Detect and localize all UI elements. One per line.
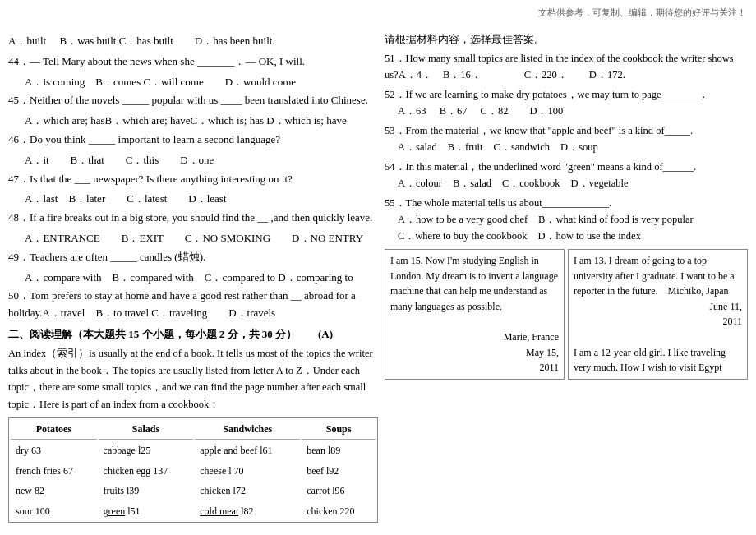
- q48: 48．If a fire breaks out in a big store, …: [8, 210, 378, 227]
- table-cell: cold meat l82: [195, 502, 300, 521]
- table-cell: french fries 67: [11, 462, 97, 481]
- cookbook-header: Sandwiches: [195, 420, 300, 440]
- cookbook-header: Soups: [302, 420, 376, 440]
- section2-title: 二、阅读理解（本大题共 15 个小题，每小题 2 分，共 30 分） (A): [8, 327, 378, 342]
- q46: 46．Do you think _____ important to learn…: [8, 131, 378, 149]
- q45-options: A．which are; hasB．which are; haveC．which…: [8, 113, 378, 130]
- table-row: new 82fruits l39chicken l72carrot l96: [11, 482, 376, 500]
- question-block: 53．From the material，we know that "apple…: [385, 122, 748, 155]
- table-cell: carrot l96: [302, 482, 376, 500]
- top-note: 文档供参考，可复制、编辑，期待您的好评与关注！: [538, 7, 746, 19]
- question-text: 51．How many small topics are listed in t…: [385, 50, 748, 83]
- table-cell: chicken l72: [195, 482, 300, 500]
- question-block: 54．In this material，the underlined word …: [385, 159, 748, 191]
- letter-marie-content: I am 15. Now I'm studying English in Lon…: [390, 255, 558, 312]
- table-cell: green l51: [99, 502, 194, 521]
- q-instruction: 请根据材料内容，选择最佳答案。: [385, 33, 748, 47]
- table-cell: bean l89: [302, 441, 376, 460]
- right-column: 请根据材料内容，选择最佳答案。 51．How many small topics…: [385, 33, 748, 529]
- table-cell: chicken egg 137: [99, 462, 194, 481]
- q49-options: A．compare with B．compared with C．compare…: [8, 270, 378, 287]
- q49: 49．Teachers are often _____ candles (蜡烛)…: [8, 249, 378, 266]
- table-cell: beef l92: [302, 462, 376, 481]
- table-cell: cheese l 70: [195, 462, 300, 481]
- question-text: 52．If we are learning to make dry potato…: [385, 86, 748, 103]
- table-cell: fruits l39: [99, 482, 194, 500]
- letter-michiko: I am 13. I dream of going to a top unive…: [568, 249, 748, 380]
- cookbook-header: Salads: [99, 420, 194, 440]
- table-cell: chicken 220: [302, 502, 376, 521]
- question-block: 51．How many small topics are listed in t…: [385, 50, 748, 83]
- table-row: sour 100green l51cold meat l82chicken 22…: [11, 502, 376, 521]
- q48-options: A．ENTRANCE B．EXIT C．NO SMOKING D．NO ENTR…: [8, 230, 378, 247]
- table-row: dry 63cabbage l25apple and beef l61bean …: [11, 441, 376, 460]
- question-text: 55．The whole material tells us about____…: [385, 195, 748, 211]
- table-cell: apple and beef l61: [195, 441, 300, 460]
- table-row: french fries 67chicken egg 137cheese l 7…: [11, 462, 376, 481]
- letter-michiko-continuation: I am a 12-year-old girl. I like travelin…: [574, 347, 726, 374]
- question-text: 53．From the material，we know that "apple…: [385, 122, 748, 139]
- table-cell: new 82: [11, 482, 97, 500]
- table-cell: dry 63: [11, 441, 97, 460]
- question-options: A．how to be a very good chef B．what kind…: [385, 211, 748, 244]
- q47: 47．Is that the ___ newspaper? Is there a…: [8, 171, 378, 188]
- letter-michiko-date: June 11,2011: [574, 299, 742, 330]
- question-options: A．colour B．salad C．cookbook D．vegetable: [385, 175, 748, 191]
- cookbook-header: Potatoes: [11, 420, 97, 440]
- letter-grid: I am 15. Now I'm studying English in Lon…: [385, 249, 748, 380]
- q-a-line: A．built B．was built C．has built D．has be…: [8, 33, 378, 50]
- letter-marie-signature: Marie, FranceMay 15,2011: [390, 330, 559, 376]
- letter-michiko-content: I am 13. I dream of going to a top unive…: [574, 255, 735, 297]
- question-options: A．salad B．fruit C．sandwich D．soup: [385, 139, 748, 155]
- cookbook-table: PotatoesSaladsSandwichesSoupsdry 63cabba…: [8, 417, 378, 523]
- questions-container: 51．How many small topics are listed in t…: [385, 50, 748, 244]
- q50: 50．Tom prefers to stay at home and have …: [8, 288, 378, 322]
- q44: 44．— Tell Mary about the news when she _…: [8, 53, 378, 71]
- passage-intro: An index（索引）is usually at the end of a b…: [8, 345, 378, 413]
- question-block: 52．If we are learning to make dry potato…: [385, 86, 748, 119]
- question-block: 55．The whole material tells us about____…: [385, 195, 748, 244]
- left-column: A．built B．was built C．has built D．has be…: [8, 33, 378, 529]
- question-options: A．63 B．67 C．82 D．100: [385, 103, 748, 119]
- q44-options: A．is coming B．comes C．will come D．would …: [8, 74, 378, 91]
- table-cell: sour 100: [11, 502, 97, 521]
- q45: 45．Neither of the novels _____ popular w…: [8, 92, 378, 109]
- question-text: 54．In this material，the underlined word …: [385, 159, 748, 175]
- q47-options: A．last B．later C．latest D．least: [8, 191, 378, 208]
- letter-marie: I am 15. Now I'm studying English in Lon…: [385, 249, 565, 380]
- q46-options: A．it B．that C．this D．one: [8, 152, 378, 169]
- table-cell: cabbage l25: [99, 441, 194, 460]
